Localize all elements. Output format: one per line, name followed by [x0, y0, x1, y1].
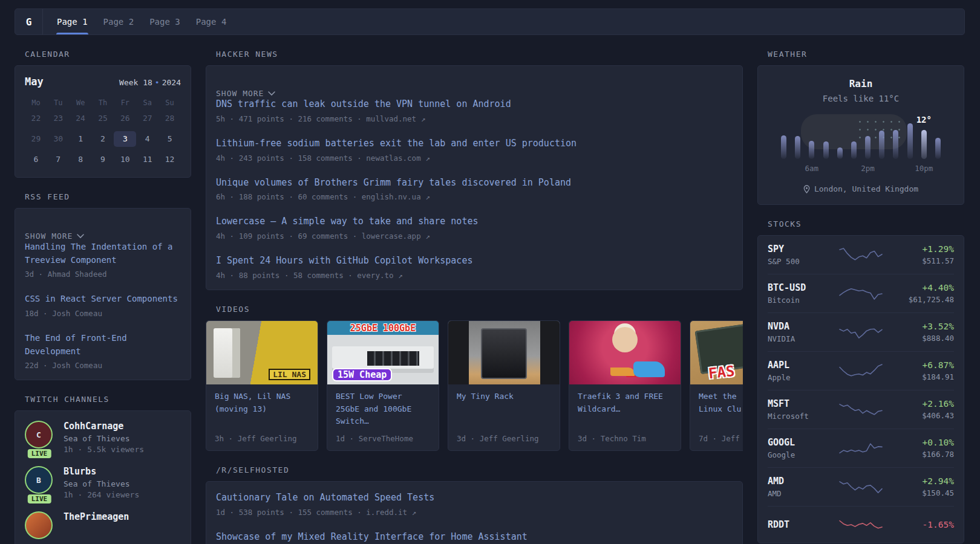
hn-item-meta: 4h · 109 points · 69 comments · lowercas… [216, 232, 733, 241]
twitch-avatar-wrap: C LIVE [25, 421, 54, 454]
video-card[interactable]: Traefik 3 and FREE Wildcard… 3d · Techno… [569, 320, 681, 451]
weather-bar [893, 130, 898, 159]
rss-show-more-button[interactable]: SHOW MORE [25, 232, 181, 241]
video-card-body: Meet the Linux Clu 7d · Jeff Geerling [690, 384, 743, 450]
stock-price: $888.40 [898, 334, 954, 343]
stock-identity: RDDT [768, 519, 823, 530]
weather-bar [795, 136, 800, 159]
weather-location: London, United Kingdom [814, 184, 918, 193]
rss-item-link[interactable]: The End of Front-End Development [25, 332, 181, 358]
video-card[interactable]: 25GbE 100GbE 15W Cheap BEST Low Power 25… [327, 320, 439, 451]
hn-item-link[interactable]: Lowercase – A simple way to take and sha… [216, 215, 733, 228]
stock-row[interactable]: SPY S&P 500 +1.29% $511.57 [768, 236, 954, 274]
stock-row[interactable]: AAPL Apple +6.87% $184.91 [768, 351, 954, 390]
hn-item-link[interactable]: Lithium-free sodium batteries exit the l… [216, 137, 733, 151]
calendar-day-grid: 22 23 24 25 26 27 28 29 30 1 [25, 111, 181, 167]
twitch-channel-name: CohhCarnage [64, 421, 144, 432]
video-title-link[interactable]: BEST Low Power 25GbE and 100GbE Switch… [336, 390, 430, 428]
calendar-weekday: Su [158, 99, 181, 107]
stock-row[interactable]: GOOGL Google +0.10% $166.78 [768, 429, 954, 467]
reddit-item-link[interactable]: Cautionary Tale on Automated Speed Tests [216, 491, 733, 505]
app-logo[interactable]: G [15, 9, 43, 34]
page-tab[interactable]: Page 3 [142, 9, 188, 34]
twitch-channel-row[interactable]: ThePrimeagen [25, 511, 181, 539]
stock-price: $150.45 [898, 488, 954, 497]
video-card[interactable]: My Tiny Rack 3d · Jeff Geerling [448, 320, 560, 451]
video-title-link[interactable]: Traefik 3 and FREE Wildcard… [578, 390, 672, 416]
rss-widget-title: RSS FEED [25, 192, 191, 201]
stock-company-name: NVIDIA [768, 334, 823, 343]
video-meta: 3d · Jeff Geerling [457, 428, 551, 443]
video-card[interactable]: FAS Meet the Linux Clu 7d · Jeff Geerlin… [690, 320, 743, 451]
calendar-weekday: Th [92, 99, 114, 107]
thumbnail-text-overlay: FAS [708, 363, 736, 382]
stock-row[interactable]: MSFT Microsoft +2.16% $406.43 [768, 390, 954, 429]
stock-identity: NVDA NVIDIA [768, 321, 823, 343]
video-thumbnail[interactable]: LIL NAS [206, 321, 318, 384]
hn-item-meta: 5h · 471 points · 216 comments · mullvad… [216, 114, 733, 123]
video-title-link[interactable]: Meet the Linux Clu [699, 390, 743, 416]
live-badge: LIVE [28, 494, 51, 504]
twitch-channel-name: Blurbs [64, 466, 139, 477]
stock-row[interactable]: RDDT -1.65% [768, 506, 954, 543]
calendar-day: 23 [47, 111, 70, 126]
separator-dot: • [155, 78, 160, 87]
rss-item-link[interactable]: Handling The Indentation of a Treeview C… [25, 241, 181, 267]
stock-change-percent: +4.40% [898, 283, 954, 293]
stock-values: -1.65% [898, 520, 954, 529]
show-more-label: SHOW MORE [25, 232, 73, 241]
video-meta: 3d · Techno Tim [578, 428, 672, 443]
stock-change-percent: +2.94% [898, 476, 954, 486]
stock-change-percent: -1.65% [898, 520, 954, 529]
hn-show-more-button[interactable]: SHOW MORE [216, 89, 733, 98]
stock-row[interactable]: AMD AMD +2.94% $150.45 [768, 467, 954, 506]
hn-widget-title: HACKER NEWS [216, 50, 743, 59]
page-tab[interactable]: Page 1 [49, 9, 96, 34]
twitch-channel-name: ThePrimeagen [64, 511, 129, 522]
twitch-channel-row[interactable]: B LIVE Blurbs Sea of Thieves 1h · 264 vi… [25, 466, 181, 499]
hn-item-link[interactable]: DNS traffic can leak outside the VPN tun… [216, 98, 733, 111]
video-title-link[interactable]: Big NAS, Lil NAS (moving 13) [215, 390, 309, 416]
twitch-channel-row[interactable]: C LIVE CohhCarnage Sea of Thieves 1h · 5… [25, 421, 181, 454]
stock-identity: SPY S&P 500 [768, 244, 823, 266]
calendar-day: 25 [92, 111, 114, 126]
twitch-channel-info: CohhCarnage Sea of Thieves 1h · 5.5k vie… [64, 421, 144, 454]
calendar-day: 27 [136, 111, 158, 126]
video-thumbnail[interactable]: 25GbE 100GbE 15W Cheap [327, 321, 439, 384]
stock-row[interactable]: NVDA NVIDIA +3.52% $888.40 [768, 312, 954, 351]
stock-identity: GOOGL Google [768, 437, 823, 459]
reddit-item-meta: 1d · 538 points · 155 comments · i.redd.… [216, 508, 733, 517]
stock-row[interactable]: BTC-USD Bitcoin +4.40% $61,725.48 [768, 274, 954, 312]
chevron-down-icon [268, 91, 275, 96]
stock-company-name: S&P 500 [768, 257, 823, 266]
reddit-item-link[interactable]: Showcase of my Mixed Reality Interface f… [216, 531, 733, 544]
page-tab[interactable]: Page 2 [96, 9, 142, 34]
video-thumbnail[interactable] [569, 321, 681, 384]
hn-item-link[interactable]: Unique volumes of Brothers Grimm fairy t… [216, 176, 733, 190]
twitch-widget: C LIVE CohhCarnage Sea of Thieves 1h · 5… [15, 410, 191, 544]
page-tabs: Page 1 Page 2 Page 3 Page 4 [43, 9, 234, 34]
video-thumbnail[interactable] [448, 321, 560, 384]
calendar-day: 6 [25, 152, 47, 167]
calendar-widget: May Week 18•2024 Mo Tu We Th Fr Sa [15, 65, 191, 178]
page-tab[interactable]: Page 4 [188, 9, 235, 34]
calendar-day: 9 [92, 152, 114, 167]
video-title-link[interactable]: My Tiny Rack [457, 390, 551, 403]
twitch-channel-category: Sea of Thieves [64, 479, 139, 488]
stock-values: +4.40% $61,725.48 [898, 283, 954, 304]
calendar-day: 3 [114, 131, 136, 147]
calendar-header: May Week 18•2024 [25, 76, 181, 88]
stock-values: +2.16% $406.43 [898, 399, 954, 420]
top-navbar: G Page 1 Page 2 Page 3 Page 4 [15, 8, 965, 35]
calendar-week-label: Week 18 [119, 78, 152, 87]
calendar-month-label: May [25, 76, 44, 88]
weather-time-label: 10pm [915, 164, 933, 173]
weather-hourly-chart: 12° [781, 121, 941, 159]
video-thumbnail[interactable]: FAS [690, 321, 743, 384]
hn-item-link[interactable]: I Spent 24 Hours with GitHub Copilot Wor… [216, 254, 733, 268]
rss-item: CSS in React Server Components 18d · Jos… [25, 293, 181, 318]
video-card[interactable]: LIL NAS Big NAS, Lil NAS (moving 13) 3h … [206, 320, 318, 451]
middle-column: HACKER NEWS SHOW MORE DNS traffic can le… [206, 35, 743, 544]
stock-symbol: MSFT [768, 398, 823, 409]
rss-item-link[interactable]: CSS in React Server Components [25, 293, 181, 306]
